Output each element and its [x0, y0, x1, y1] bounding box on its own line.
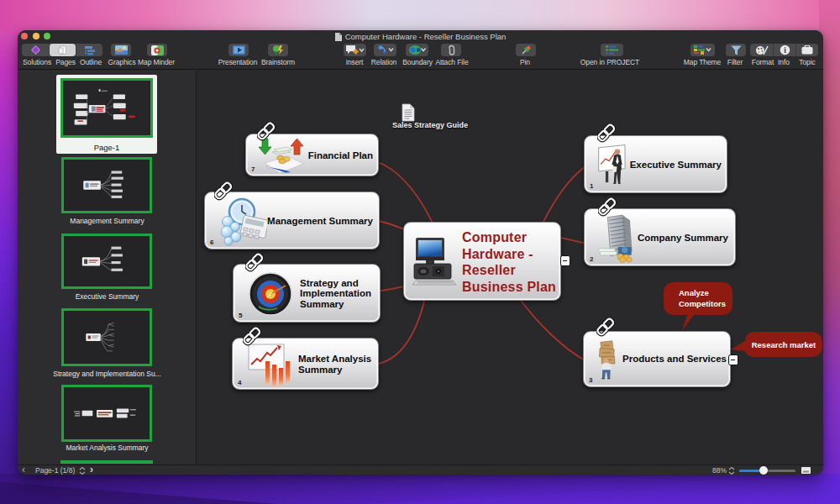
svg-text:i: i: [784, 46, 786, 55]
